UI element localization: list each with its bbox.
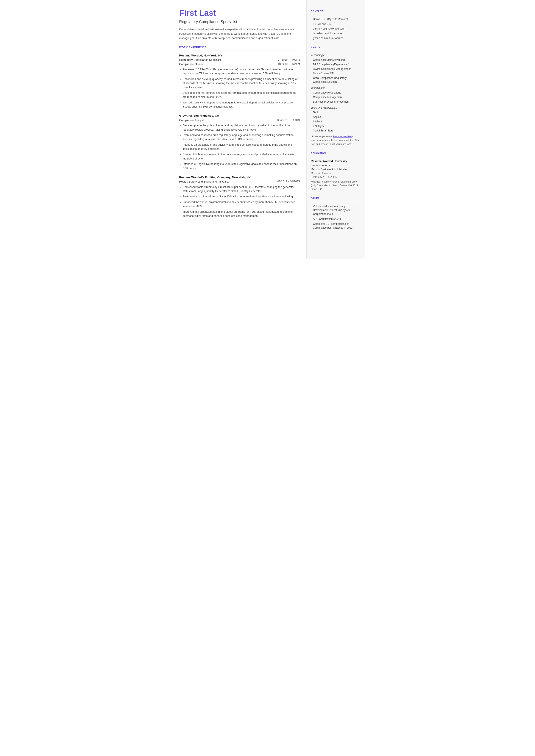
- skills-tools-label: Tools and Frameworks:: [311, 106, 360, 110]
- job-role-row-2a: Compliance Analyst 05/2017 – 10/2019: [179, 118, 300, 123]
- job-company-1: Resume Worded, New York, NY: [179, 53, 300, 58]
- candidate-title: Regulatory Compliance Specialist: [179, 19, 300, 25]
- job-dates-1a: 07/2019 – Present: [278, 58, 300, 62]
- skill-tool-1: Tonic: [311, 111, 360, 114]
- job-title-2a: Compliance Analyst: [179, 118, 204, 123]
- contact-email: email@resumeworded.com: [311, 27, 360, 31]
- bullet-1-1: Processed 15 TPA (Third Party Administra…: [183, 68, 300, 76]
- candidate-name: First Last: [179, 9, 300, 18]
- skill-tech-t3: Business Process Improvement: [311, 100, 360, 104]
- skills-section: SKILLS Technology: Compliance 360 (Advan…: [311, 46, 360, 146]
- job-bullets-2: Gave support to the policy director and …: [179, 124, 300, 170]
- job-block-3: Resume Worded's Exciting Company, New Yo…: [179, 175, 300, 218]
- bullet-2-2: Examined and assessed draft regulatory l…: [183, 133, 300, 142]
- skills-label: SKILLS: [311, 46, 360, 50]
- rw-promo-note: · Don't forget to use Resume Worded to s…: [311, 135, 360, 146]
- education-label: EDUCATION: [311, 152, 360, 156]
- contact-section: CONTACT Denver, OH (Open to Remote) +1-2…: [311, 10, 360, 40]
- bullet-3-4: Improved and organized health and safety…: [183, 210, 300, 218]
- contact-github: github.com/resumeworded: [311, 36, 360, 40]
- bullet-1-3: Developed internal controls and systems …: [183, 91, 300, 99]
- skill-tech-t2: Compliance Management: [311, 95, 360, 99]
- job-title-3a: Health, Safety, and Environmental Office…: [179, 180, 231, 184]
- contact-location: Denver, OH (Open to Remote): [311, 17, 360, 21]
- bullet-1-4: Worked closely with department managers …: [183, 101, 300, 109]
- contact-linkedin: linkedin.com/in/username: [311, 32, 360, 35]
- job-dates-2a: 05/2017 – 10/2019: [277, 118, 300, 123]
- skills-technology-label: Technology:: [311, 53, 360, 57]
- job-company-3: Resume Worded's Exciting Company, New Yo…: [179, 175, 300, 180]
- other-label: OTHER: [311, 197, 360, 201]
- skills-technology-list: Compliance 360 (Advanced) BPS Compliance…: [311, 58, 360, 84]
- skill-tool-2: Angios: [311, 115, 360, 119]
- other-item-2: ABC Certification (2022): [311, 217, 360, 221]
- skill-tech-4: MasterControl MD: [311, 71, 360, 75]
- other-item-1: Volunteered in a Community Development P…: [311, 204, 360, 216]
- bullet-2-3: Attended 15 stakeholder and advisory com…: [183, 143, 300, 151]
- job-role-row-1a: Regulatory Compliance Specialist 07/2019…: [179, 58, 300, 62]
- job-bullets-1: Processed 15 TPA (Third Party Administra…: [179, 68, 300, 109]
- edu-awards: Awards: Resume Worded Teaching Fellow (o…: [311, 180, 360, 191]
- job-block-2: Growthsi, San Francisco, CA Compliance A…: [179, 114, 300, 170]
- bullet-1-2: Reconciled and drew up quarterly earned …: [183, 77, 300, 90]
- skills-techniques-list: Compliance Regulations Compliance Manage…: [311, 91, 360, 104]
- candidate-summary: Dependable professional with extensive e…: [179, 27, 300, 40]
- bullet-2-4: Created 25+ briefings related to the rev…: [183, 153, 300, 161]
- other-section: OTHER Volunteered in a Community Develop…: [311, 197, 360, 230]
- bullet-3-1: Decreased waste streams by almost 49.30 …: [183, 185, 300, 193]
- resume-page: First Last Regulatory Compliance Special…: [171, 0, 365, 259]
- skill-tech-t1: Compliance Regulations: [311, 91, 360, 95]
- skill-tech-3: BWise Compliance Management: [311, 67, 360, 71]
- job-bullets-3: Decreased waste streams by almost 49.30 …: [179, 185, 300, 218]
- bullet-2-5: Attended 32 legislative hearings to unde…: [183, 162, 300, 170]
- job-title-1a: Regulatory Compliance Specialist: [179, 58, 221, 62]
- bullet-2-1: Gave support to the policy director and …: [183, 124, 300, 132]
- skills-tools-list: Tonic Angios Intellect Equally AI Optial…: [311, 111, 360, 132]
- skill-tool-5: Optial SmartStart: [311, 129, 360, 132]
- left-column: First Last Regulatory Compliance Special…: [171, 0, 306, 259]
- edu-major: Major in Business Administration: [311, 167, 360, 171]
- job-role-row-1b: Compliance Officer 10/2018 – Present: [179, 62, 300, 66]
- job-role-row-3a: Health, Safety, and Environmental Office…: [179, 180, 300, 184]
- other-list: Volunteered in a Community Development P…: [311, 204, 360, 230]
- job-company-2: Growthsi, San Francisco, CA: [179, 114, 300, 118]
- edu-school: Resume Worded University: [311, 159, 360, 163]
- skills-techniques-label: Techniques:: [311, 86, 360, 90]
- skill-tech-2: BPS Compliance (Experienced): [311, 63, 360, 66]
- job-dates-3a: 08/2012 – 01/2015: [277, 180, 300, 184]
- edu-location-date: Boston, MA — 05/2017: [311, 175, 360, 179]
- job-dates-1b: 10/2018 – Present: [278, 62, 300, 66]
- edu-degree: Bachelor of Arts: [311, 163, 360, 167]
- contact-list: Denver, OH (Open to Remote) +1-234-456-7…: [311, 17, 360, 40]
- job-title-1b: Compliance Officer: [179, 62, 203, 66]
- contact-phone: +1-234-456-789: [311, 22, 360, 26]
- right-column: CONTACT Denver, OH (Open to Remote) +1-2…: [306, 0, 365, 259]
- other-item-3: Completed 10+ competitions on Compliance…: [311, 222, 360, 230]
- skill-tool-4: Equally AI: [311, 124, 360, 128]
- skill-tech-1: Compliance 360 (Advanced): [311, 58, 360, 62]
- skill-tool-3: Intellect: [311, 120, 360, 124]
- education-section: EDUCATION Resume Worded University Bache…: [311, 152, 360, 191]
- work-experience-section: WORK EXPERIENCE Resume Worded, New York,…: [179, 45, 300, 218]
- bullet-3-2: Sustained an accident-free facility in 2…: [183, 195, 300, 199]
- rw-link[interactable]: Resume Worded: [333, 135, 352, 138]
- job-block-1: Resume Worded, New York, NY Regulatory C…: [179, 53, 300, 109]
- edu-minor: Minors in Finance: [311, 171, 360, 175]
- skill-tech-5: CMO Compliance Regulatory Compliance Sol…: [311, 76, 360, 84]
- resume-header: First Last Regulatory Compliance Special…: [179, 9, 300, 40]
- bullet-3-3: Enhanced the annual environmental and sa…: [183, 200, 300, 209]
- work-experience-label: WORK EXPERIENCE: [179, 45, 300, 50]
- contact-label: CONTACT: [311, 10, 360, 14]
